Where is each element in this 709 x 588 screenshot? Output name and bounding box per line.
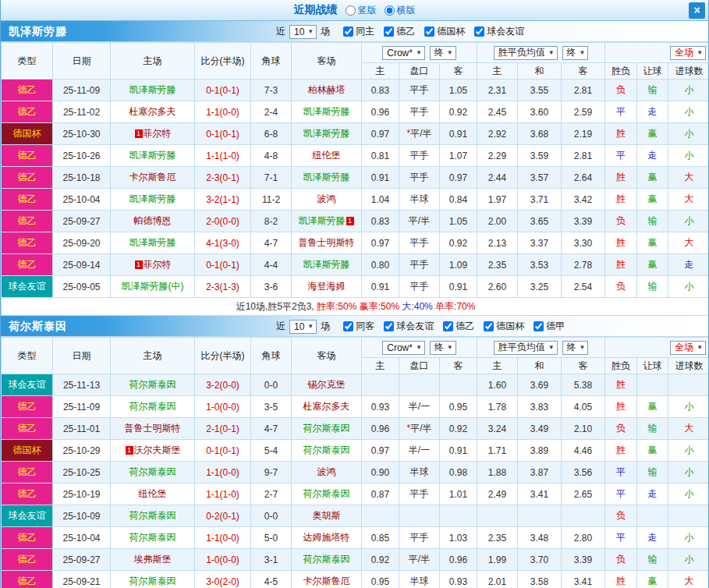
chevron-down-icon: ▼ [580, 344, 586, 351]
filter-option-3[interactable]: 德国杯 [484, 320, 524, 333]
goals-result-cell: 小 [668, 396, 709, 418]
col-avg-home: 主 [477, 63, 518, 80]
close-icon[interactable]: × [689, 2, 705, 19]
goals-result-cell: 小 [668, 484, 709, 505]
match-row: 德乙25-10-25荷尔斯泰因1-1(0-0)9-7波鸿0.90半球0.981.… [2, 462, 709, 484]
filter-option-4[interactable]: 德甲 [534, 320, 565, 333]
score-cell: 2-3(1-3) [195, 276, 251, 298]
avg-away-odds-cell: 3.39 [562, 211, 605, 232]
filter-option-2[interactable]: 德乙 [443, 320, 474, 333]
filter-checkbox[interactable] [384, 27, 394, 37]
summary-segment: 单率:70% [433, 301, 476, 312]
handicap-result-cell: 赢 [637, 189, 668, 211]
fullmatch-select[interactable]: 全场▼ [670, 341, 706, 355]
chevron-down-icon: ▼ [447, 344, 453, 351]
team-name: 荷尔斯泰因 [129, 466, 176, 477]
filter-checkbox[interactable] [474, 27, 484, 37]
filter-option-0[interactable]: 同主 [343, 25, 374, 38]
team-name: 荷尔斯泰因 [303, 445, 350, 455]
horizontal-radio[interactable] [385, 5, 395, 16]
crown-away-odds-cell: 0.91 [440, 123, 477, 145]
final-avg-select[interactable]: 终▼ [562, 46, 589, 60]
team-name: 凯泽斯劳滕 [129, 84, 176, 95]
result-cell: 胜 [605, 396, 637, 418]
team-name: 凯泽斯劳滕 [9, 21, 67, 42]
filter-option-1[interactable]: 德乙 [384, 25, 415, 38]
goals-result-cell: 大 [668, 232, 709, 254]
final-avg-select[interactable]: 终▼ [562, 341, 589, 355]
league-type-cell: 球会友谊 [2, 374, 53, 396]
avg-draw-odds-cell [518, 505, 562, 527]
match-date-cell: 25-10-04 [53, 527, 111, 549]
filter-option-2[interactable]: 德国杯 [424, 25, 465, 38]
horizontal-radio-label: 横版 [397, 4, 416, 17]
titlebar: 近期战绩 竖版 横版 × [1, 0, 708, 21]
match-row: 德乙25-11-01普鲁士明斯特2-1(0-1)4-7荷尔斯泰因0.96*平/半… [2, 418, 709, 440]
avg-draw-odds-cell: 3.70 [518, 549, 562, 571]
filter-checkbox[interactable] [484, 321, 494, 331]
final-odds-select-value: 终 [434, 341, 444, 354]
team-name: 荷尔斯泰因 [303, 554, 350, 565]
filter-checkbox[interactable] [443, 321, 453, 331]
filter-label: 德甲 [546, 320, 565, 333]
league-type-cell: 德国杯 [2, 440, 53, 462]
filter-option-3[interactable]: 球会友谊 [474, 25, 524, 38]
match-date-cell: 25-09-27 [53, 211, 111, 232]
filter-checkbox[interactable] [384, 321, 394, 331]
result-cell: 胜 [605, 374, 637, 396]
col-handicap-result: 让球 [637, 63, 668, 80]
avg-home-odds-cell: 1.71 [477, 440, 518, 462]
crown-select[interactable]: Crow*▼ [382, 46, 425, 60]
layout-vertical-option[interactable]: 竖版 [338, 4, 377, 17]
avg-select[interactable]: 胜平负均值▼ [494, 46, 558, 60]
league-type-cell: 德国杯 [2, 123, 53, 145]
crown-home-odds-cell: 0.80 [362, 254, 399, 276]
summary-segment: 赢率:50% [356, 301, 399, 312]
filter-option-0[interactable]: 同客 [343, 320, 374, 333]
crown-select[interactable]: Crow*▼ [382, 341, 425, 355]
away-team-cell: 达姆施塔特 [292, 527, 362, 549]
crown-away-odds-cell: 1.09 [440, 254, 477, 276]
handicap-result-cell: 赢 [637, 440, 668, 462]
vertical-radio[interactable] [346, 5, 356, 16]
goals-result-cell: 小 [668, 276, 709, 298]
team-name: 凯泽斯劳滕 [303, 259, 350, 270]
team-name: 荷尔斯泰因 [303, 423, 350, 434]
league-type-cell: 德乙 [2, 254, 53, 276]
games-count-select[interactable]: 10▼ [289, 320, 317, 334]
filter-checkbox[interactable] [534, 321, 544, 331]
filter-checkbox[interactable] [424, 27, 434, 37]
team-name: 凯泽斯劳滕 [303, 172, 350, 182]
crown-away-odds-cell: 0.91 [440, 276, 477, 298]
filter-checkbox[interactable] [343, 27, 353, 37]
home-team-cell: 普鲁士明斯特 [111, 418, 195, 440]
corner-cell: 7-3 [251, 80, 292, 101]
team-name: 菲尔特 [144, 128, 172, 139]
team-header-bar: 荷尔斯泰因 近10▼场同客球会友谊德乙德国杯德甲 [1, 316, 708, 337]
avg-away-odds-cell: 2.78 [562, 254, 605, 276]
match-date-cell: 25-10-30 [53, 123, 111, 145]
handicap-result-cell: 输 [637, 276, 668, 298]
final-odds-select[interactable]: 终▼ [430, 46, 456, 60]
crown-handicap-cell: 平手 [399, 254, 440, 276]
result-header: 全场▼ [605, 43, 709, 63]
crown-odds-header: Crow*▼ 终▼ [362, 338, 477, 358]
home-team-cell: 凯泽斯劳滕(中) [111, 276, 195, 298]
fullmatch-select[interactable]: 全场▼ [670, 46, 706, 60]
filter-checkbox[interactable] [343, 321, 353, 331]
result-cell: 负 [605, 211, 637, 232]
score-cell: 1-1(0-0) [195, 527, 251, 549]
team-name: 普鲁士明斯特 [299, 237, 355, 248]
score-cell: 1-1(1-0) [195, 484, 251, 505]
team-name: 荷尔斯泰因 [9, 316, 67, 337]
goals-result-cell: 大 [668, 167, 709, 189]
handicap-result-cell: 走 [637, 527, 668, 549]
avg-select[interactable]: 胜平负均值▼ [494, 341, 558, 355]
layout-horizontal-option[interactable]: 横版 [377, 4, 416, 17]
final-avg-select-value: 终 [567, 46, 576, 59]
filter-option-1[interactable]: 球会友谊 [384, 320, 434, 333]
final-odds-select[interactable]: 终▼ [430, 341, 456, 355]
filter-bar: 近10▼场同主德乙德国杯球会友谊 [272, 21, 524, 42]
games-count-select[interactable]: 10▼ [289, 25, 317, 39]
match-date-cell: 25-10-04 [53, 189, 111, 211]
